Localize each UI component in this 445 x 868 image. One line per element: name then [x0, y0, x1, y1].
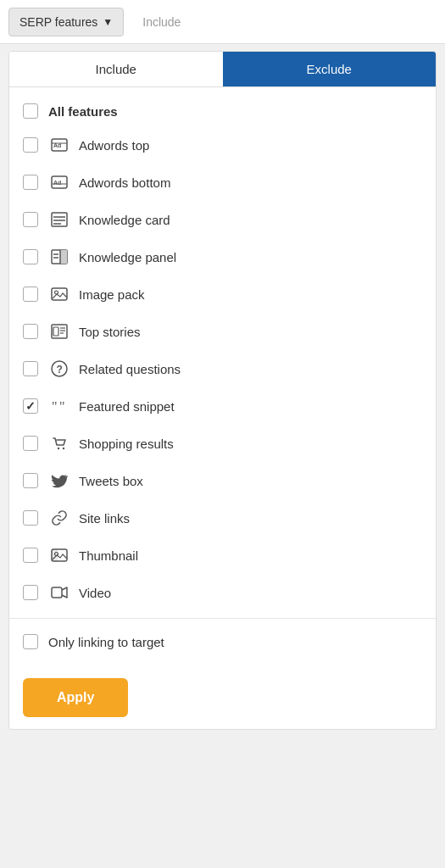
apply-button[interactable]: Apply	[23, 678, 128, 717]
featured-snippet-label: Featured snippet	[79, 399, 175, 414]
featured-snippet-icon: " "	[48, 395, 70, 417]
adwords-bottom-label: Adwords bottom	[79, 175, 170, 190]
svg-text:?: ?	[57, 364, 63, 376]
feature-item-adwords-top[interactable]: Ad Adwords top	[9, 126, 436, 164]
only-linking-row[interactable]: Only linking to target	[9, 626, 436, 658]
include-header-label: Include	[132, 8, 191, 36]
site-links-icon	[48, 507, 70, 529]
svg-rect-31	[52, 587, 62, 598]
checkbox-top-stories[interactable]	[23, 324, 38, 339]
checkbox-thumbnail[interactable]	[23, 548, 38, 563]
chevron-down-icon: ▼	[103, 16, 113, 28]
top-stories-icon	[48, 320, 70, 342]
top-bar: SERP features ▼ Include	[0, 0, 445, 44]
svg-point-16	[55, 291, 58, 294]
svg-text:": "	[52, 399, 58, 414]
svg-rect-18	[53, 327, 58, 336]
adwords-top-icon: Ad	[48, 134, 70, 156]
checkbox-adwords-top[interactable]	[23, 137, 38, 153]
feature-item-thumbnail[interactable]: Thumbnail	[9, 537, 436, 574]
checkbox-featured-snippet[interactable]: ✓	[23, 398, 38, 414]
feature-item-knowledge-panel[interactable]: Knowledge panel	[9, 238, 436, 275]
checkbox-adwords-bottom[interactable]	[23, 175, 38, 190]
feature-item-video[interactable]: Video	[9, 574, 436, 611]
svg-rect-11	[60, 250, 67, 264]
video-icon	[48, 581, 70, 604]
checkbox-related-questions[interactable]	[23, 361, 38, 376]
knowledge-card-label: Knowledge card	[79, 213, 170, 227]
knowledge-panel-icon	[48, 246, 70, 268]
shopping-label: Shopping results	[79, 437, 174, 451]
checkbox-site-links[interactable]	[23, 510, 38, 526]
checkbox-only-linking[interactable]	[23, 634, 38, 649]
checkbox-knowledge-panel[interactable]	[23, 249, 38, 264]
feature-item-featured-snippet[interactable]: ✓ " " Featured snippet	[9, 387, 436, 425]
site-links-label: Site links	[79, 511, 130, 526]
knowledge-card-icon	[48, 209, 70, 231]
top-stories-label: Top stories	[79, 325, 141, 339]
serp-features-dropdown[interactable]: SERP features ▼	[8, 8, 124, 36]
thumbnail-icon	[48, 544, 70, 566]
related-questions-label: Related questions	[79, 362, 181, 376]
tab-exclude[interactable]: Exclude	[223, 52, 437, 86]
svg-text:Ad: Ad	[53, 180, 61, 186]
feature-item-shopping[interactable]: Shopping results	[9, 425, 436, 462]
checkmark-featured-snippet: ✓	[25, 399, 36, 413]
feature-item-adwords-bottom[interactable]: Ad Adwords bottom	[9, 164, 436, 201]
svg-rect-30	[52, 549, 58, 561]
divider	[9, 618, 436, 619]
feature-item-tweets[interactable]: Tweets box	[9, 462, 436, 499]
knowledge-panel-label: Knowledge panel	[79, 250, 176, 264]
video-label: Video	[79, 586, 111, 600]
shopping-icon	[48, 432, 70, 454]
checkbox-shopping[interactable]	[23, 436, 38, 451]
feature-item-related-questions[interactable]: ? Related questions	[9, 350, 436, 387]
adwords-bottom-icon: Ad	[48, 171, 70, 193]
checkbox-tweets[interactable]	[23, 473, 38, 488]
feature-item-all[interactable]: All features	[9, 96, 436, 126]
tweets-label: Tweets box	[79, 474, 143, 488]
feature-item-knowledge-card[interactable]: Knowledge card	[9, 201, 436, 238]
twitter-icon	[48, 470, 70, 492]
serp-features-panel: Include Exclude All features Ad Adwords …	[8, 51, 437, 730]
all-features-label: All features	[48, 104, 118, 119]
tab-include[interactable]: Include	[9, 52, 223, 86]
checkbox-knowledge-card[interactable]	[23, 212, 38, 227]
svg-point-27	[63, 448, 64, 449]
tab-row: Include Exclude	[9, 52, 436, 87]
svg-rect-15	[52, 288, 67, 300]
feature-item-top-stories[interactable]: Top stories	[9, 313, 436, 350]
related-questions-icon: ?	[48, 358, 70, 380]
adwords-top-label: Adwords top	[79, 138, 149, 153]
thumbnail-label: Thumbnail	[79, 548, 138, 563]
checkbox-image-pack[interactable]	[23, 287, 38, 302]
only-linking-label: Only linking to target	[48, 635, 164, 649]
svg-point-26	[58, 448, 59, 449]
svg-text:": "	[59, 399, 65, 414]
checkbox-all[interactable]	[23, 103, 38, 119]
feature-item-site-links[interactable]: Site links	[9, 499, 436, 537]
features-list: All features Ad Adwords top Ad	[9, 87, 436, 666]
image-pack-icon	[48, 283, 70, 305]
feature-item-image-pack[interactable]: Image pack	[9, 275, 436, 313]
checkbox-video[interactable]	[23, 585, 38, 600]
image-pack-label: Image pack	[79, 287, 145, 302]
svg-rect-17	[52, 325, 67, 338]
